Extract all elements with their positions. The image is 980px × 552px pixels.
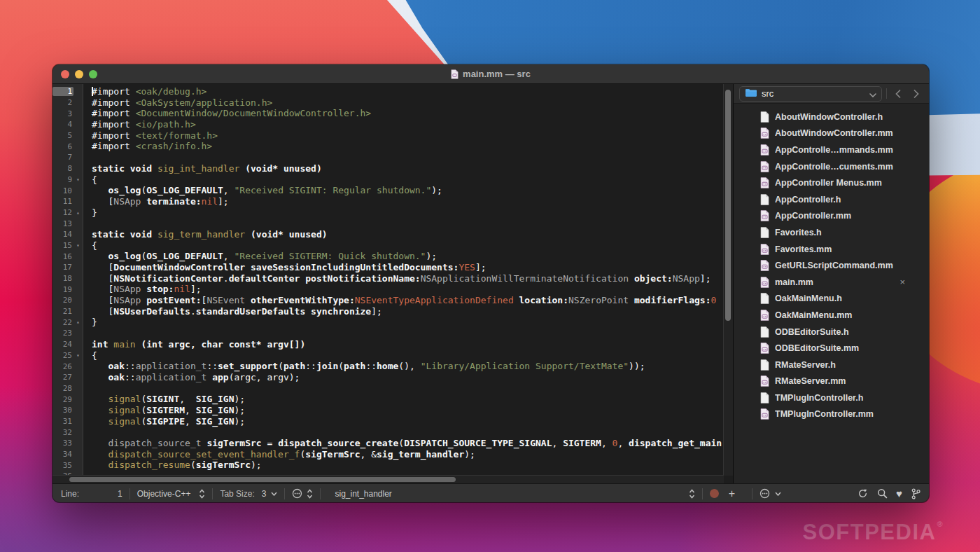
- mm-file-icon: [760, 260, 769, 271]
- code-line[interactable]: dispatch_source_set_event_handler_f(sigT…: [92, 449, 733, 460]
- tab-size-value[interactable]: 3: [262, 489, 267, 499]
- file-item[interactable]: RMateServer.h: [734, 357, 929, 373]
- code-line[interactable]: signal(SIGTERM, SIG_IGN);: [92, 405, 733, 416]
- code-line[interactable]: [NSApp postEvent:[NSEvent otherEventWith…: [92, 295, 733, 306]
- close-window-button[interactable]: [61, 70, 69, 78]
- code-line[interactable]: int main (int argc, char const* argv[]): [92, 339, 733, 350]
- code-line[interactable]: static void sig_term_handler (void* unus…: [92, 229, 733, 240]
- file-item[interactable]: ODBEditorSuite.mm: [734, 340, 929, 357]
- code-line[interactable]: os_log(OS_LOG_DEFAULT, "Received SIGINT:…: [92, 185, 733, 196]
- forward-button[interactable]: [909, 87, 923, 101]
- symbol-popup[interactable]: sig_int_handler: [335, 489, 391, 499]
- vertical-scrollbar[interactable]: [723, 84, 733, 476]
- code-line[interactable]: #import <OakSystem/application.h>: [92, 97, 733, 109]
- file-item[interactable]: AppController Menus.mm: [734, 174, 929, 191]
- code-line[interactable]: }: [92, 207, 733, 219]
- code-lines[interactable]: #import <oak/debug.h>#import <OakSystem/…: [83, 84, 733, 483]
- code-line[interactable]: [92, 152, 733, 163]
- right-stepper-icon[interactable]: [689, 489, 695, 499]
- gutter-row: 6: [52, 141, 83, 152]
- file-item[interactable]: ODBEditorSuite.h: [734, 324, 929, 340]
- file-item[interactable]: TMPlugInController.h: [734, 389, 929, 406]
- code-line[interactable]: [DocumentWindowController saveSessionInc…: [92, 262, 733, 273]
- file-item[interactable]: GetURLScriptCommand.mm: [734, 257, 929, 274]
- fold-marker-icon[interactable]: ▾: [74, 174, 83, 186]
- actions-menu-icon[interactable]: [760, 488, 770, 499]
- file-item[interactable]: AboutWindowController.mm: [734, 125, 929, 142]
- folder-popup-button[interactable]: src: [739, 86, 882, 102]
- horizontal-scrollbar[interactable]: [52, 475, 724, 483]
- code-line[interactable]: #import <io/path.h>: [92, 119, 733, 130]
- file-item[interactable]: OakMainMenu.mm: [734, 307, 929, 324]
- fold-marker-icon[interactable]: ▾: [74, 350, 83, 361]
- file-item[interactable]: main.mm×: [734, 274, 929, 291]
- titlebar[interactable]: main.mm — src: [52, 64, 929, 84]
- code-line[interactable]: signal(SIGPIPE, SIG_IGN);: [92, 416, 733, 427]
- symbol-stepper-icon[interactable]: [307, 489, 313, 499]
- code-line[interactable]: os_log(OS_LOG_DEFAULT, "Received SIGTERM…: [92, 251, 733, 262]
- code-editor[interactable]: 123456789▾101112▴131415▾16171819202122▴2…: [52, 84, 733, 483]
- file-item[interactable]: AppController.h: [734, 191, 929, 208]
- new-file-button[interactable]: +: [729, 488, 735, 499]
- file-item[interactable]: OakMainMenu.h: [734, 291, 929, 308]
- file-item[interactable]: Favorites.h: [734, 224, 929, 241]
- code-line[interactable]: [NSUserDefaults.standardUserDefaults syn…: [92, 306, 733, 317]
- file-item[interactable]: RMateServer.mm: [734, 373, 929, 390]
- code-line[interactable]: dispatch_source_t sigTermSrc = dispatch_…: [92, 438, 733, 449]
- gutter-row: 15▾: [52, 240, 83, 251]
- code-line[interactable]: oak::application_t::set_support(path::jo…: [92, 361, 733, 372]
- language-stepper-icon[interactable]: [199, 489, 205, 499]
- code-line[interactable]: [NSNotificationCenter.defaultCenter post…: [92, 273, 733, 284]
- file-item[interactable]: AppControlle…cuments.mm: [734, 158, 929, 175]
- refresh-icon[interactable]: [858, 488, 868, 499]
- file-item[interactable]: AppControlle…mmands.mm: [734, 142, 929, 158]
- code-line[interactable]: [92, 218, 733, 229]
- horizontal-scrollbar-thumb[interactable]: [69, 477, 456, 482]
- gutter-row: 13: [52, 218, 83, 229]
- code-line[interactable]: #import <DocumentWindow/DocumentWindowCo…: [92, 108, 733, 119]
- scm-branch-icon[interactable]: [911, 488, 920, 499]
- code-line[interactable]: [92, 328, 733, 339]
- code-line[interactable]: {: [92, 350, 733, 361]
- fold-marker-icon[interactable]: ▴: [74, 207, 83, 219]
- code-line[interactable]: [92, 383, 733, 394]
- back-button[interactable]: [891, 87, 905, 101]
- mm-file-icon: [760, 144, 769, 156]
- bundle-menu-icon[interactable]: [292, 488, 302, 499]
- gutter-row: 3: [52, 108, 83, 119]
- language-selector[interactable]: Objective-C++: [137, 489, 191, 499]
- code-line[interactable]: signal(SIGINT, SIG_IGN);: [92, 394, 733, 405]
- code-line[interactable]: [92, 427, 733, 438]
- code-line[interactable]: {: [92, 174, 733, 186]
- fold-marker-icon[interactable]: ▾: [74, 240, 83, 251]
- code-line[interactable]: #import <text/format.h>: [92, 130, 733, 142]
- macro-recording-indicator[interactable]: [710, 489, 719, 498]
- code-line[interactable]: [NSApp stop:nil];: [92, 284, 733, 295]
- line-number: 24: [52, 340, 74, 349]
- file-item[interactable]: TMPlugInController.mm: [734, 406, 929, 423]
- gutter-row: 35: [52, 460, 83, 471]
- fold-marker-icon[interactable]: ▴: [74, 317, 83, 328]
- vertical-scrollbar-thumb[interactable]: [725, 90, 731, 321]
- favorites-heart-icon[interactable]: ♥: [896, 488, 902, 499]
- code-line[interactable]: #import <oak/debug.h>: [92, 86, 733, 97]
- code-line[interactable]: [NSApp terminate:nil];: [92, 196, 733, 207]
- file-item[interactable]: AboutWindowController.h: [734, 109, 929, 125]
- gutter-row: 26: [52, 361, 83, 372]
- code-line[interactable]: static void sig_int_handler (void* unuse…: [92, 163, 733, 174]
- mm-file-icon: [760, 210, 769, 221]
- zoom-window-button[interactable]: [89, 70, 97, 78]
- file-item[interactable]: Favorites.mm: [734, 241, 929, 258]
- close-file-icon[interactable]: ×: [899, 277, 905, 287]
- tab-size-chevron-icon[interactable]: [271, 492, 277, 496]
- gutter-row: 27: [52, 372, 83, 383]
- minimize-window-button[interactable]: [75, 70, 83, 78]
- code-line[interactable]: {: [92, 240, 733, 251]
- code-line[interactable]: }: [92, 317, 733, 328]
- code-line[interactable]: #import <crash/info.h>: [92, 141, 733, 152]
- search-icon[interactable]: [877, 488, 888, 499]
- file-item[interactable]: AppController.mm: [734, 208, 929, 225]
- code-line[interactable]: oak::application_t app(argc, argv);: [92, 372, 733, 383]
- code-line[interactable]: dispatch_resume(sigTermSrc);: [92, 460, 733, 471]
- actions-menu-chevron-icon[interactable]: [775, 492, 781, 496]
